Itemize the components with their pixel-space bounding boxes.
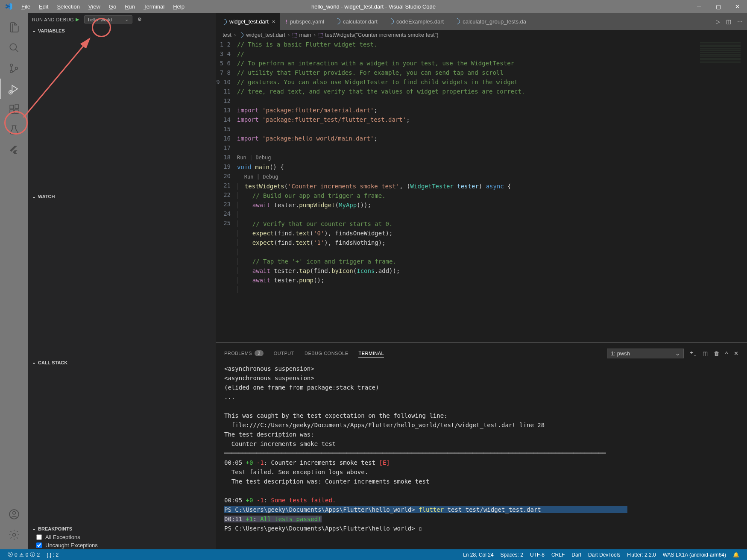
status-lang[interactable]: Dart xyxy=(568,552,585,558)
menu-file[interactable]: File xyxy=(17,3,35,10)
status-bar: ⓧ 0 ⚠ 0 ⓘ 2 {.} : 2 Ln 28, Col 24 Spaces… xyxy=(0,549,747,560)
panel-tab-output[interactable]: OUTPUT xyxy=(274,349,294,358)
gear-icon[interactable]: ⚙ xyxy=(138,17,142,22)
codelens-debug[interactable]: Debug xyxy=(263,174,278,180)
status-brackets[interactable]: {.} : 2 xyxy=(43,552,62,558)
status-errors[interactable]: ⓧ 0 ⚠ 0 ⓘ 2 xyxy=(4,551,43,558)
activity-scm[interactable] xyxy=(4,58,24,79)
yaml-file-icon: ! xyxy=(285,18,287,25)
chevron-down-icon: ⌄ xyxy=(32,28,36,33)
chevron-down-icon: ⌄ xyxy=(32,360,36,365)
debug-sidebar: RUN AND DEBUG ▶ hello_world ⌄ ⚙ ⋯ ⌄VARIA… xyxy=(28,13,216,549)
vscode-icon xyxy=(4,2,13,11)
activity-settings[interactable] xyxy=(4,525,24,545)
svg-point-2 xyxy=(10,70,12,73)
tab-calc-group[interactable]: calculator_group_tests.da xyxy=(449,13,531,30)
code-editor[interactable]: 1 2 3 4 5 6 7 8 9 10 11 12 13 14 15 16 1… xyxy=(216,40,747,342)
status-devtools[interactable]: Dart DevTools xyxy=(585,552,624,558)
bp-all-exceptions[interactable]: All Exceptions xyxy=(28,533,216,541)
svg-point-3 xyxy=(15,67,17,69)
panel-tab-terminal[interactable]: TERMINAL xyxy=(358,349,384,358)
status-position[interactable]: Ln 28, Col 24 xyxy=(460,552,497,558)
checkbox[interactable] xyxy=(36,542,42,548)
window-minimize[interactable]: ─ xyxy=(689,0,709,13)
section-callstack[interactable]: ⌄CALL STACK xyxy=(28,358,216,367)
svg-point-10 xyxy=(12,512,15,515)
run-icon[interactable]: ▷ xyxy=(716,18,720,25)
status-eol[interactable]: CRLF xyxy=(548,552,568,558)
svg-point-11 xyxy=(12,534,15,537)
sidebar-title: RUN AND DEBUG xyxy=(32,17,74,22)
tab-pubspec[interactable]: !pubspec.yaml xyxy=(280,13,329,30)
debug-config-select[interactable]: hello_world ⌄ xyxy=(84,15,132,23)
activity-extensions[interactable] xyxy=(4,99,24,120)
panel-tab-problems[interactable]: PROBLEMS2 xyxy=(224,349,264,358)
menu-selection[interactable]: Selection xyxy=(53,3,84,10)
dart-file-icon xyxy=(237,31,245,38)
terminal-select[interactable]: 1: pwsh xyxy=(607,349,684,358)
status-device[interactable]: WAS LX1A (android-arm64) xyxy=(659,552,729,558)
activity-debug[interactable] xyxy=(4,79,24,99)
close-icon[interactable]: × xyxy=(272,18,275,25)
line-numbers: 1 2 3 4 5 6 7 8 9 10 11 12 13 14 15 16 1… xyxy=(216,40,237,342)
menu-bar: File Edit Selection View Go Run Terminal… xyxy=(17,3,189,10)
dart-file-icon xyxy=(453,17,461,26)
svg-rect-8 xyxy=(15,105,19,108)
svg-rect-7 xyxy=(15,110,18,114)
tab-calculator[interactable]: calculator.dart xyxy=(329,13,383,30)
status-notifications-icon[interactable]: 🔔 xyxy=(729,552,743,558)
menu-run[interactable]: Run xyxy=(120,3,139,10)
menu-terminal[interactable]: Terminal xyxy=(139,3,169,10)
menu-go[interactable]: Go xyxy=(105,3,120,10)
chevron-down-icon: ⌄ xyxy=(32,194,36,199)
svg-rect-5 xyxy=(10,105,14,109)
more-icon[interactable]: ⋯ xyxy=(737,18,743,25)
dart-file-icon xyxy=(387,17,395,26)
status-flutter[interactable]: Flutter: 2.2.0 xyxy=(624,552,659,558)
close-panel-icon[interactable]: ✕ xyxy=(734,350,738,357)
status-encoding[interactable]: UTF-8 xyxy=(527,552,548,558)
activity-search[interactable] xyxy=(4,38,24,58)
tab-widget-test[interactable]: widget_test.dart× xyxy=(216,13,280,30)
panel-tab-debug-console[interactable]: DEBUG CONSOLE xyxy=(305,349,348,358)
breadcrumb[interactable]: test› widget_test.dart› ⬚main› ⬚testWidg… xyxy=(216,30,747,40)
config-name: hello_world xyxy=(88,17,112,22)
chevron-down-icon: ⌄ xyxy=(32,526,36,531)
start-debug-icon[interactable]: ▶ xyxy=(76,17,79,22)
section-watch[interactable]: ⌄WATCH xyxy=(28,192,216,201)
section-variables[interactable]: ⌄VARIABLES xyxy=(28,26,216,35)
checkbox[interactable] xyxy=(36,534,42,540)
code-content[interactable]: // This is a basic Flutter widget test. … xyxy=(237,40,747,342)
window-close[interactable]: ✕ xyxy=(728,0,747,13)
section-breakpoints[interactable]: ⌄BREAKPOINTS xyxy=(28,524,216,533)
activity-account[interactable] xyxy=(4,504,24,525)
menu-view[interactable]: View xyxy=(84,3,105,10)
cube-icon: ⬚ xyxy=(318,32,323,38)
minimap[interactable] xyxy=(700,42,741,63)
new-terminal-icon[interactable]: +⌄ xyxy=(690,349,697,357)
dart-file-icon xyxy=(333,17,342,26)
title-bar: File Edit Selection View Go Run Terminal… xyxy=(0,0,747,13)
menu-edit[interactable]: Edit xyxy=(35,3,53,10)
cube-icon: ⬚ xyxy=(292,32,297,38)
bp-uncaught-exceptions[interactable]: Uncaught Exceptions xyxy=(28,541,216,549)
trash-icon[interactable]: 🗑 xyxy=(714,350,719,357)
more-icon[interactable]: ⋯ xyxy=(147,17,152,22)
tab-code-examples[interactable]: codeExamples.dart xyxy=(383,13,449,30)
codelens-run[interactable]: Run xyxy=(244,174,254,180)
codelens-debug[interactable]: Debug xyxy=(255,155,271,161)
svg-rect-6 xyxy=(10,110,14,114)
split-terminal-icon[interactable]: ◫ xyxy=(703,350,708,357)
dart-file-icon xyxy=(220,18,228,26)
maximize-panel-icon[interactable]: ^ xyxy=(725,350,728,357)
activity-explorer[interactable] xyxy=(4,17,24,38)
window-maximize[interactable]: ▢ xyxy=(709,0,728,13)
activity-flutter[interactable] xyxy=(4,140,24,161)
svg-point-1 xyxy=(10,64,12,66)
status-spaces[interactable]: Spaces: 2 xyxy=(497,552,527,558)
codelens-run[interactable]: Run xyxy=(237,155,246,161)
activity-test[interactable] xyxy=(4,120,24,140)
split-editor-icon[interactable]: ◫ xyxy=(726,18,731,25)
menu-help[interactable]: Help xyxy=(169,3,189,10)
terminal-output[interactable]: <asynchronous suspension> <asynchronous … xyxy=(216,360,747,549)
